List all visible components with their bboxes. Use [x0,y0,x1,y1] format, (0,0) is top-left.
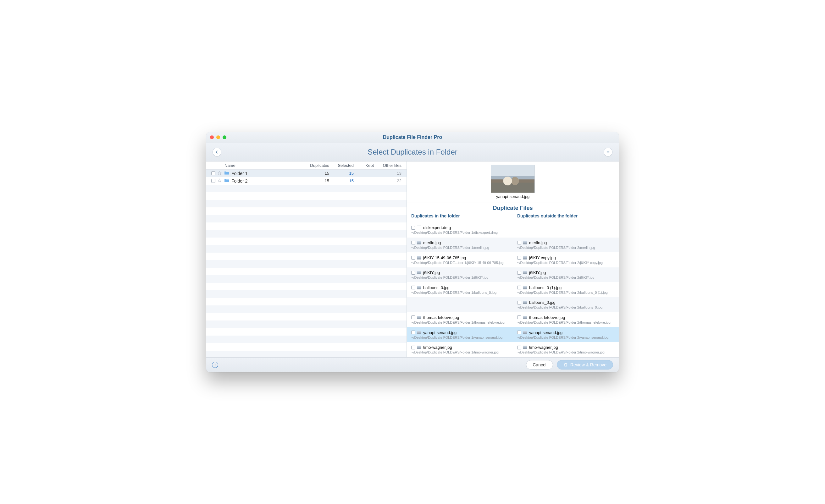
file-name: merlin.jpg [529,240,547,245]
checkbox[interactable] [411,346,415,349]
file-item[interactable] [513,223,619,238]
folder-icon [224,178,229,183]
checkbox[interactable] [411,285,415,289]
close-icon[interactable] [210,136,214,139]
cell-duplicates: 15 [303,171,329,176]
cell-selected[interactable]: 15 [329,178,354,183]
file-name: yanapi-senaud.jpg [529,330,562,335]
checkbox[interactable] [517,256,521,260]
file-item[interactable]: j6iKIY.jpg~/Desktop/Duplicate FOLDERS/Fo… [407,267,513,282]
file-path: ~/Desktop/Duplicate FOLDERS/Folder 2/j6i… [517,261,614,265]
file-path: ~/Desktop/Duplicate FOLDERS/Folder 2/bal… [517,290,614,295]
file-item[interactable]: merlin.jpg~/Desktop/Duplicate FOLDERS/Fo… [407,238,513,253]
cancel-button[interactable]: Cancel [526,360,553,369]
file-item[interactable]: balloons_0.jpg~/Desktop/Duplicate FOLDER… [513,297,619,312]
info-button[interactable]: i [212,362,218,368]
menu-button[interactable] [604,148,612,157]
star-icon[interactable] [217,171,222,176]
col-selected[interactable]: Selected [329,163,354,168]
file-path: ~/Desktop/Duplicate FOLDERS/Folder 2/yan… [517,336,614,339]
folder-name: Folder 2 [231,178,247,183]
folder-icon [224,171,229,176]
col-other[interactable]: Other files [374,163,401,168]
file-name: diskexpert.dmg [423,225,451,230]
image-icon [417,286,421,289]
file-item[interactable]: timo-wagner.jpg~/Desktop/Duplicate FOLDE… [513,342,619,357]
file-name: timo-wagner.jpg [529,345,558,350]
image-icon [417,316,421,319]
detail-panel: yanapi-senaud.jpg Duplicate Files Duplic… [407,162,619,357]
file-path: ~/Desktop/Duplicate FOLDERS/Folder 1/mer… [411,246,508,249]
file-item[interactable]: thomas-lefebvre.jpg~/Desktop/Duplicate F… [407,312,513,327]
toolbar: Select Duplicates in Folder [206,143,619,162]
review-remove-button[interactable]: Review & Remove [557,360,613,369]
file-item[interactable] [407,297,513,312]
checkbox[interactable] [517,241,521,244]
checkbox[interactable] [411,316,415,319]
image-icon [417,256,421,260]
cell-selected[interactable]: 15 [329,171,354,176]
checkbox[interactable] [411,226,415,230]
col-out-folder: Duplicates outside the folder [513,212,619,223]
file-path: ~/Desktop/Duplicate FOLDERS/Folder 1/bal… [411,290,508,295]
file-item[interactable]: yanapi-senaud.jpg~/Desktop/Duplicate FOL… [407,327,513,342]
window-title: Duplicate File Finder Pro [206,135,619,140]
cell-duplicates: 15 [303,178,329,183]
folder-row[interactable]: Folder 1151513 [206,170,406,177]
checkbox[interactable] [517,316,521,319]
file-item[interactable]: diskexpert.dmg~/Desktop/Duplicate FOLDER… [407,223,513,238]
star-icon[interactable] [217,178,222,184]
file-name: balloons_0.jpg [423,285,450,290]
checkbox[interactable] [517,285,521,289]
file-item[interactable]: balloons_0.jpg~/Desktop/Duplicate FOLDER… [407,282,513,297]
file-item[interactable]: j6iKIY 15-49-06-785.jpg~/Desktop/Duplica… [407,252,513,267]
file-path: ~/Desktop/Duplicate FOLDERS/Folder 1/tim… [411,350,508,354]
image-icon [523,346,527,349]
content: Name Duplicates Selected Kept Other file… [206,162,619,357]
checkbox[interactable] [517,271,521,275]
folder-name: Folder 1 [231,171,247,176]
col-duplicates[interactable]: Duplicates [303,163,329,168]
cell-other: 22 [374,178,401,183]
file-path: ~/Desktop/Duplicate FOLDERS/Folder 1/yan… [411,336,508,339]
file-path: ~/Desktop/Duplicate FOLDERS/Folder 1/tho… [411,321,508,324]
file-item[interactable]: timo-wagner.jpg~/Desktop/Duplicate FOLDE… [407,342,513,357]
checkbox[interactable] [517,301,521,305]
file-item[interactable]: thomas-lefebvre.jpg~/Desktop/Duplicate F… [513,312,619,327]
preview-filename: yanapi-senaud.jpg [496,194,529,199]
file-item[interactable]: j6iKIY.jpg~/Desktop/Duplicate FOLDERS/Fo… [513,267,619,282]
checkbox[interactable] [211,171,215,175]
file-path: ~/Desktop/Duplicate FOLDERS/Folder 2/j6i… [517,275,614,279]
file-path: ~/Desktop/Duplicate FOLDERS/Folder 2/bal… [517,306,614,309]
app-window: Duplicate File Finder Pro Select Duplica… [206,132,619,372]
checkbox[interactable] [411,331,415,334]
file-item[interactable]: yanapi-senaud.jpg~/Desktop/Duplicate FOL… [513,327,619,342]
col-kept[interactable]: Kept [354,163,374,168]
cell-other: 13 [374,171,401,176]
file-name: merlin.jpg [423,240,441,245]
file-name: j6iKIY copy.jpg [529,255,556,260]
file-name: balloons_0.jpg [529,300,555,305]
checkbox[interactable] [411,241,415,244]
file-path: ~/Desktop/Duplicate FOLDERS/Folder 2/mer… [517,246,614,249]
checkbox[interactable] [411,271,415,275]
file-name: balloons_0 (1).jpg [529,285,561,290]
file-preview: yanapi-senaud.jpg [407,162,619,202]
file-item[interactable]: balloons_0 (1).jpg~/Desktop/Duplicate FO… [513,282,619,297]
col-name[interactable]: Name [211,163,303,168]
file-name: j6iKIY.jpg [529,270,546,275]
back-button[interactable] [213,148,221,157]
preview-thumbnail [491,165,535,193]
file-item[interactable]: j6iKIY copy.jpg~/Desktop/Duplicate FOLDE… [513,252,619,267]
zoom-icon[interactable] [223,136,226,139]
checkbox[interactable] [517,331,521,334]
minimize-icon[interactable] [216,136,220,139]
image-icon [523,271,527,274]
checkbox[interactable] [211,179,215,183]
checkbox[interactable] [517,346,521,349]
file-item[interactable]: merlin.jpg~/Desktop/Duplicate FOLDERS/Fo… [513,238,619,253]
folder-row[interactable]: Folder 2151522 [206,177,406,185]
dmg-icon [417,226,421,230]
checkbox[interactable] [411,256,415,260]
image-icon [523,301,527,304]
